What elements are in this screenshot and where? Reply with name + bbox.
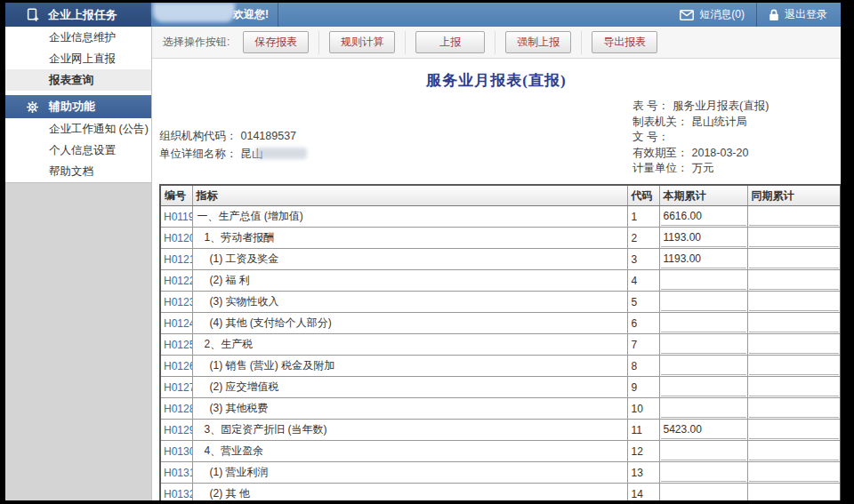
same-period-input[interactable]	[749, 400, 840, 418]
same-period-cell	[747, 228, 841, 249]
current-period-cell: 1193.00	[659, 249, 747, 270]
same-period-input[interactable]	[749, 293, 840, 311]
sidebar-item[interactable]: 帮助文档	[5, 161, 151, 182]
indicator-cell: (1) 销售 (营业) 税金及附加	[192, 356, 627, 377]
table-row: H0119一、生产总值 (增加值)16616.00	[160, 206, 841, 228]
current-period-input[interactable]	[661, 357, 746, 375]
row-id-link[interactable]: H0128	[160, 398, 192, 420]
toolbar-label: 选择操作按钮:	[163, 35, 230, 50]
report-meta: 表 号：服务业月报表(直报)制表机关：昆山统计局文 号：有效期至：2018-03…	[632, 99, 769, 177]
code-cell: 6	[627, 313, 659, 334]
current-period-input[interactable]	[661, 443, 746, 460]
current-period-input[interactable]	[661, 400, 746, 418]
toolbar: 选择操作按钮: 保存报表规则计算上报强制上报导出报表	[152, 27, 841, 59]
row-id-link[interactable]: H0131	[160, 462, 192, 484]
row-id-link[interactable]: H0130	[160, 441, 192, 462]
same-period-input[interactable]	[749, 485, 840, 500]
same-period-input[interactable]	[749, 357, 840, 375]
same-period-input[interactable]	[749, 208, 840, 226]
current-period-input[interactable]: 5423.00	[661, 421, 746, 439]
same-period-input[interactable]	[749, 251, 840, 268]
same-period-cell	[747, 441, 841, 462]
report-meta-line: 文 号：	[632, 130, 769, 146]
indicator-cell: 4、营业盈余	[192, 441, 627, 462]
sidebar-item[interactable]: 报表查询	[5, 69, 151, 91]
current-period-input[interactable]	[661, 379, 746, 396]
same-period-input[interactable]	[749, 443, 840, 460]
row-id-link[interactable]: H0126	[160, 356, 192, 377]
code-cell: 5	[627, 292, 659, 313]
current-period-cell	[659, 484, 747, 501]
logout-button[interactable]: 退出登录	[756, 3, 839, 27]
current-period-input[interactable]	[661, 464, 746, 482]
messages-button[interactable]: 短消息(0)	[668, 3, 756, 27]
current-period-input[interactable]	[661, 293, 746, 311]
report-content: 服务业月报表(直报) 组织机构代码：014189537 单位详细名称：昆山 表 …	[152, 59, 841, 500]
table-row: H0126(1) 销售 (营业) 税金及附加8	[160, 356, 841, 377]
sidebar-item[interactable]: 个人信息设置	[5, 140, 151, 161]
same-period-input[interactable]	[749, 336, 840, 354]
row-id-link[interactable]: H0129	[160, 420, 192, 441]
table-row: H0128(3) 其他税费10	[160, 398, 841, 420]
report-meta-label: 表 号：	[632, 100, 669, 112]
row-id-link[interactable]: H0121	[160, 249, 192, 270]
table-row: H0132(2) 其 他14	[160, 484, 841, 501]
username-redacted	[153, 3, 235, 22]
screenshot-stage: 企业上报任务 欢迎您! 短消息(0)	[0, 0, 854, 504]
table-row: H0127(2) 应交增值税9	[160, 377, 841, 398]
current-period-input[interactable]	[661, 272, 746, 290]
current-period-input[interactable]: 6616.00	[661, 208, 746, 226]
current-period-input[interactable]: 1193.00	[661, 229, 746, 247]
unit-name-line: 单位详细名称：昆山	[159, 145, 307, 163]
sidebar-section-label: 辅助功能	[49, 99, 95, 115]
current-period-input[interactable]	[661, 336, 746, 354]
code-cell: 8	[627, 356, 659, 377]
row-id-link[interactable]: H0120	[160, 228, 192, 249]
sidebar: 企业信息维护企业网上直报报表查询辅助功能企业工作通知 (公告)个人信息设置帮助文…	[5, 27, 152, 500]
indicator-cell: 3、固定资产折旧 (当年数)	[192, 420, 627, 441]
toolbar-button-divider	[495, 31, 495, 54]
report-meta-value: 昆山统计局	[692, 116, 748, 128]
toolbar-button[interactable]: 上报	[415, 31, 485, 53]
same-period-input[interactable]	[749, 421, 840, 439]
code-cell: 3	[627, 249, 659, 270]
same-period-cell	[747, 398, 841, 420]
row-id-link[interactable]: H0127	[160, 377, 192, 398]
toolbar-button[interactable]: 保存报表	[243, 31, 309, 53]
same-period-input[interactable]	[749, 464, 840, 482]
table-row: H0122(2) 福 利4	[160, 270, 841, 292]
current-period-cell: 1193.00	[659, 228, 747, 249]
current-period-input[interactable]: 1193.00	[661, 251, 746, 268]
sidebar-item[interactable]: 企业网上直报	[5, 48, 151, 69]
same-period-cell	[747, 484, 841, 501]
toolbar-button[interactable]: 强制上报	[505, 31, 571, 53]
same-period-cell	[747, 270, 841, 292]
row-id-link[interactable]: H0124	[160, 313, 192, 334]
report-meta-value: 万元	[692, 162, 714, 174]
code-cell: 13	[627, 462, 659, 484]
same-period-input[interactable]	[749, 272, 840, 290]
current-period-cell	[659, 441, 747, 462]
row-id-link[interactable]: H0125	[160, 334, 192, 356]
sidebar-item[interactable]: 企业信息维护	[5, 27, 151, 48]
current-period-cell	[659, 462, 747, 484]
sidebar-item[interactable]: 企业工作通知 (公告)	[5, 118, 151, 140]
row-id-link[interactable]: H0119	[160, 206, 192, 228]
current-period-input[interactable]	[661, 315, 746, 332]
row-id-link[interactable]: H0123	[160, 292, 192, 313]
current-period-cell	[659, 270, 747, 292]
report-meta-label: 文 号：	[632, 131, 669, 143]
code-cell: 2	[627, 228, 659, 249]
report-meta-line: 计量单位：万元	[632, 161, 769, 177]
row-id-link[interactable]: H0122	[160, 270, 192, 292]
table-row: H0124(4) 其他 (支付给个人部分)6	[160, 313, 841, 334]
toolbar-button[interactable]: 导出报表	[592, 31, 657, 53]
toolbar-button[interactable]: 规则计算	[329, 31, 395, 53]
same-period-input[interactable]	[749, 229, 840, 247]
toolbar-button-divider	[581, 31, 582, 54]
same-period-input[interactable]	[749, 379, 840, 396]
row-id-link[interactable]: H0132	[160, 484, 192, 501]
current-period-input[interactable]	[661, 485, 746, 500]
report-meta-label: 制表机关：	[632, 116, 689, 128]
same-period-input[interactable]	[749, 315, 840, 332]
